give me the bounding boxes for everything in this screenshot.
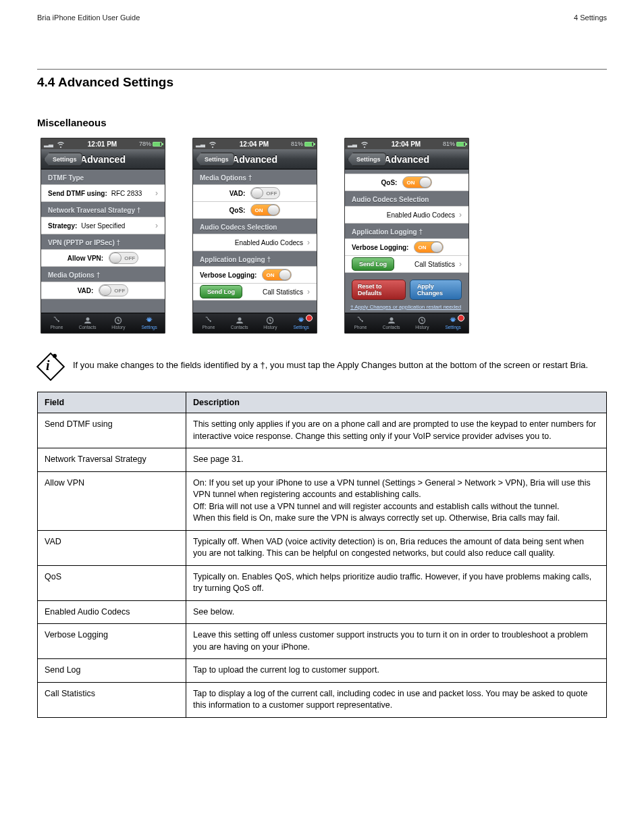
cell-desc: Tap to upload the current log to custome… xyxy=(186,659,607,683)
toggle-qos[interactable]: ON xyxy=(402,176,432,188)
toggle-on-text: ON xyxy=(406,180,414,186)
signal-icon: ▂▃ xyxy=(44,140,56,147)
toggle-qos[interactable]: ON xyxy=(250,204,280,216)
label: Strategy: xyxy=(48,222,77,230)
group-network-traversal: Network Traversal Strategy † xyxy=(41,202,165,217)
status-time: 12:04 PM xyxy=(369,140,443,148)
tab-label: Phone xyxy=(50,325,63,330)
group-app-logging: Application Logging † xyxy=(193,251,317,266)
toggle-off-text: OFF xyxy=(266,190,277,197)
history-icon xyxy=(265,317,275,324)
tab-contacts[interactable]: Contacts xyxy=(224,313,255,333)
toggle-verbose[interactable]: ON xyxy=(414,241,444,253)
row-enabled-codecs[interactable]: Enabled Audio Codecs › xyxy=(193,234,317,251)
chevron-right-icon: › xyxy=(459,210,462,219)
tab-bar: Phone Contacts History Settings xyxy=(345,313,468,333)
toggle-on-text: ON xyxy=(418,244,426,251)
toggle-on-text: ON xyxy=(254,207,263,213)
tab-label: Settings xyxy=(293,325,309,330)
back-button[interactable]: Settings xyxy=(348,153,386,166)
header-rule xyxy=(37,69,607,70)
history-icon xyxy=(113,317,123,324)
row-allow-vpn: Allow VPN: OFF xyxy=(41,249,165,267)
battery-text: 78% xyxy=(139,140,151,147)
row-enabled-codecs[interactable]: Enabled Audio Codecs › xyxy=(345,206,468,224)
row-qos: QoS: ON xyxy=(345,174,468,191)
tab-history[interactable]: History xyxy=(255,313,286,333)
nav-bar: Settings Advanced xyxy=(345,149,468,170)
cell-field: Send Log xyxy=(38,659,186,683)
back-button[interactable]: Settings xyxy=(44,153,82,166)
tab-phone[interactable]: Phone xyxy=(41,313,72,333)
table-row: QoSTypically on. Enables QoS, which help… xyxy=(38,565,607,600)
back-button[interactable]: Settings xyxy=(196,153,234,166)
toggle-vad[interactable]: OFF xyxy=(99,284,128,296)
tab-settings[interactable]: Settings xyxy=(286,313,317,333)
reset-defaults-button[interactable]: Reset to Defaults xyxy=(352,280,406,300)
nav-bar: Settings Advanced xyxy=(41,149,165,170)
label: Send DTMF using: xyxy=(48,190,107,197)
tab-label: Contacts xyxy=(79,325,97,330)
status-time: 12:04 PM xyxy=(217,140,291,148)
row-send-log: Send Log Call Statistics › xyxy=(193,283,317,301)
tab-label: Contacts xyxy=(231,325,248,330)
tab-history[interactable]: History xyxy=(407,313,438,333)
tab-settings[interactable]: Settings xyxy=(134,313,165,333)
content-area: Media Options † VAD: OFF QoS: ON Audio C… xyxy=(193,170,317,314)
table-row: Verbose LoggingLeave this setting off un… xyxy=(38,624,607,659)
tab-history[interactable]: History xyxy=(103,313,134,333)
fields-table: Field Description Send DTMF usingThis se… xyxy=(37,392,607,718)
subsection-title: Miscellaneous xyxy=(37,117,607,128)
send-log-button[interactable]: Send Log xyxy=(352,257,394,271)
row-send-dtmf[interactable]: Send DTMF using: RFC 2833 › xyxy=(41,184,165,202)
tab-label: History xyxy=(415,325,429,330)
cell-desc: Tap to display a log of the current call… xyxy=(186,682,607,717)
phone-icon xyxy=(356,317,365,324)
nav-bar: Settings Advanced xyxy=(193,149,317,170)
table-row: Enabled Audio CodecsSee below. xyxy=(38,600,607,624)
doc-title: Bria iPhone Edition User Guide xyxy=(37,14,140,22)
tab-phone[interactable]: Phone xyxy=(345,313,376,333)
badge-icon xyxy=(458,315,464,321)
row-vad: VAD: OFF xyxy=(193,184,317,202)
battery-text: 81% xyxy=(291,140,303,147)
tab-contacts[interactable]: Contacts xyxy=(376,313,407,333)
tab-settings[interactable]: Settings xyxy=(437,313,468,333)
row-strategy[interactable]: Strategy: User Specified › xyxy=(41,217,165,234)
send-log-button[interactable]: Send Log xyxy=(200,285,242,298)
call-statistics-link[interactable]: Call Statistics xyxy=(263,288,303,296)
status-bar: ▂▃ 12:01 PM 78% xyxy=(41,138,165,149)
toggle-vad[interactable]: OFF xyxy=(250,187,280,199)
apply-changes-button[interactable]: Apply Changes xyxy=(410,280,462,300)
toggle-verbose[interactable]: ON xyxy=(262,269,292,281)
contacts-icon xyxy=(83,317,92,324)
group-media-options: Media Options † xyxy=(193,170,317,184)
value: User Specified xyxy=(81,222,125,230)
chevron-right-icon: › xyxy=(459,259,462,269)
th-description: Description xyxy=(186,392,607,413)
tab-label: Contacts xyxy=(383,325,400,330)
tab-contacts[interactable]: Contacts xyxy=(72,313,103,333)
label: Allow VPN: xyxy=(68,255,103,262)
row-vad: VAD: OFF xyxy=(41,282,165,299)
wifi-icon xyxy=(360,140,369,148)
tab-phone[interactable]: Phone xyxy=(193,313,224,333)
row-verbose-logging: Verbose Logging: ON xyxy=(193,266,317,284)
signal-icon: ▂▃ xyxy=(196,140,208,147)
call-statistics-link[interactable]: Call Statistics xyxy=(414,261,455,268)
label: QoS: xyxy=(230,207,246,214)
wifi-icon xyxy=(208,140,217,148)
tab-bar: Phone Contacts History Settings xyxy=(41,313,165,333)
cell-desc: Typically off. When VAD (voice activity … xyxy=(186,530,607,565)
tab-label: Settings xyxy=(445,325,461,330)
table-row: Call StatisticsTap to display a log of t… xyxy=(38,682,607,717)
table-row: Send LogTap to upload the current log to… xyxy=(38,659,607,683)
table-body: Send DTMF usingThis setting only applies… xyxy=(38,413,607,718)
chevron-right-icon: › xyxy=(307,287,310,296)
content-area: QoS: ON Audio Codecs Selection Enabled A… xyxy=(345,170,468,314)
cell-desc: Leave this setting off unless customer s… xyxy=(186,624,607,659)
toggle-allow-vpn[interactable]: OFF xyxy=(109,252,138,264)
badge-icon xyxy=(306,315,313,321)
screenshot-1: ▂▃ 12:01 PM 78% Settings Advanced DTMF T… xyxy=(41,138,165,334)
history-icon xyxy=(417,317,427,324)
